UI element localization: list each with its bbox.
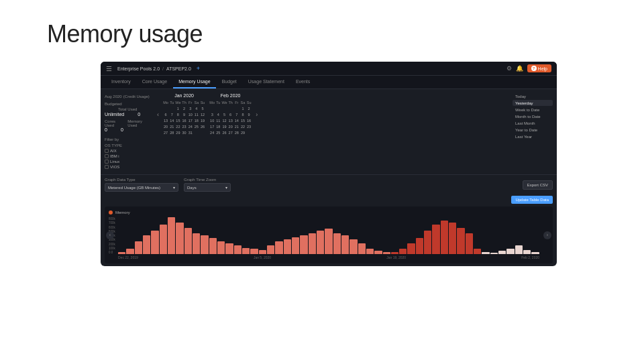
breadcrumb-atspep[interactable]: ATSPEP2.0: [166, 66, 191, 71]
cal-day[interactable]: 15: [240, 118, 246, 123]
checkbox-box-linux[interactable]: [105, 160, 109, 164]
checkbox-linux[interactable]: Linux: [105, 160, 152, 164]
tab-budget[interactable]: Budget: [217, 76, 242, 88]
graph-type-select[interactable]: Metered Usage (GB Minutes) ▾: [105, 183, 178, 192]
bell-icon[interactable]: 🔔: [516, 65, 523, 72]
cal-day[interactable]: 22: [175, 124, 180, 129]
cal-day[interactable]: 20: [228, 124, 233, 129]
cal-day[interactable]: 17: [188, 118, 193, 123]
cal-day[interactable]: 17: [209, 124, 215, 129]
tab-memory-usage[interactable]: Memory Usage: [173, 76, 215, 88]
update-table-button[interactable]: Update Table Data: [511, 196, 553, 204]
cal-day[interactable]: 11: [194, 112, 199, 117]
cal-day[interactable]: 28: [169, 130, 174, 135]
chart-bar: [515, 245, 523, 254]
checkbox-box-aix[interactable]: [105, 149, 109, 153]
cal-day[interactable]: 2: [181, 106, 186, 111]
cal-day[interactable]: 15: [175, 118, 180, 123]
add-tab-icon[interactable]: +: [197, 65, 200, 72]
cal-day[interactable]: 19: [200, 118, 205, 123]
cal-day[interactable]: 13: [163, 118, 168, 123]
checkbox-vios[interactable]: VIOS: [105, 165, 152, 169]
chart-next-button[interactable]: ›: [543, 231, 551, 239]
cal-day[interactable]: 3: [209, 112, 215, 117]
cal-day[interactable]: 20: [163, 124, 168, 129]
tab-usage-statement[interactable]: Usage Statement: [243, 76, 290, 88]
cal-day[interactable]: 10: [209, 118, 215, 123]
cal-day[interactable]: 6: [228, 112, 233, 117]
cal-day[interactable]: 16: [181, 118, 186, 123]
graph-zoom-select[interactable]: Days ▾: [184, 183, 231, 192]
hamburger-icon[interactable]: ☰: [106, 65, 112, 72]
cal-day[interactable]: 16: [246, 118, 252, 123]
tab-inventory[interactable]: Inventory: [106, 76, 136, 88]
cal-day[interactable]: 7: [169, 112, 174, 117]
cal-day[interactable]: 4: [194, 106, 199, 111]
cal-day[interactable]: 26: [221, 130, 227, 135]
export-csv-button[interactable]: Export CSV: [523, 180, 553, 190]
cal-day[interactable]: 11: [215, 118, 221, 123]
cal-day[interactable]: 22: [240, 124, 246, 129]
cal-day[interactable]: 8: [175, 112, 180, 117]
cal-day[interactable]: 9: [181, 112, 186, 117]
cal-day[interactable]: 10: [188, 112, 193, 117]
checkbox-box-vios[interactable]: [105, 165, 109, 169]
cal-day[interactable]: 28: [234, 130, 239, 135]
cal-day[interactable]: 6: [163, 112, 168, 117]
cal-day[interactable]: 29: [175, 130, 180, 135]
chart-prev-button[interactable]: ‹: [106, 231, 114, 239]
tab-events[interactable]: Events: [290, 76, 315, 88]
checkbox-ibmi[interactable]: IBM i: [105, 154, 152, 158]
cal-day[interactable]: 14: [169, 118, 174, 123]
cal-day[interactable]: 14: [234, 118, 239, 123]
cal-day[interactable]: 31: [188, 130, 193, 135]
cal-day[interactable]: 25: [215, 130, 221, 135]
quick-date-week[interactable]: Week to Date: [513, 107, 553, 113]
cal-day[interactable]: 9: [246, 112, 252, 117]
quick-date-today[interactable]: Today: [513, 93, 553, 99]
cal-day[interactable]: 24: [188, 124, 193, 129]
cal-day[interactable]: 5: [200, 106, 205, 111]
cal-day[interactable]: 13: [228, 118, 233, 123]
cal-day[interactable]: 7: [234, 112, 239, 117]
cal-day[interactable]: 21: [234, 124, 239, 129]
cal-day[interactable]: 18: [215, 124, 221, 129]
cal-day[interactable]: 24: [209, 130, 215, 135]
calendar-prev-arrow[interactable]: ‹: [156, 111, 160, 118]
cal-day[interactable]: 2: [246, 106, 252, 111]
cal-day[interactable]: 1: [240, 106, 246, 111]
quick-date-month[interactable]: Month to Date: [513, 113, 553, 119]
cal-day[interactable]: 12: [221, 118, 227, 123]
cal-day[interactable]: 4: [215, 112, 221, 117]
cal-day[interactable]: 23: [246, 124, 252, 129]
cal-day[interactable]: 30: [181, 130, 186, 135]
cal-day[interactable]: 18: [194, 118, 199, 123]
total-used-label: Total Used: [118, 107, 137, 111]
calendar-feb-title: Feb 2020: [209, 93, 252, 98]
cal-day[interactable]: 8: [240, 112, 246, 117]
cal-day[interactable]: 5: [221, 112, 227, 117]
quick-date-last-month[interactable]: Last Month: [513, 120, 553, 126]
cal-day[interactable]: 27: [163, 130, 168, 135]
cal-day[interactable]: 27: [228, 130, 233, 135]
help-button[interactable]: ? Help: [527, 64, 551, 72]
cal-day[interactable]: 23: [181, 124, 186, 129]
quick-date-year[interactable]: Year to Date: [513, 127, 553, 133]
cal-day[interactable]: 1: [175, 106, 180, 111]
cal-day[interactable]: 25: [194, 124, 199, 129]
calendar-next-arrow[interactable]: ›: [254, 111, 259, 118]
cal-day[interactable]: 26: [200, 124, 205, 129]
cal-day[interactable]: 29: [240, 130, 246, 135]
checkbox-aix[interactable]: AIX: [105, 149, 152, 153]
cal-day[interactable]: 3: [188, 106, 193, 111]
cal-day[interactable]: 19: [221, 124, 227, 129]
chart-bar: [374, 251, 382, 254]
cal-day[interactable]: 21: [169, 124, 174, 129]
tab-core-usage[interactable]: Core Usage: [137, 76, 172, 88]
cal-day[interactable]: 12: [200, 112, 205, 117]
quick-date-yesterday[interactable]: Yesterday: [513, 100, 553, 106]
breadcrumb-enterprise[interactable]: Enterprise Pools 2.0: [117, 66, 160, 71]
gear-icon[interactable]: ⚙: [506, 65, 512, 72]
quick-date-last-year[interactable]: Last Year: [513, 133, 553, 139]
checkbox-box-ibmi[interactable]: [105, 154, 109, 158]
